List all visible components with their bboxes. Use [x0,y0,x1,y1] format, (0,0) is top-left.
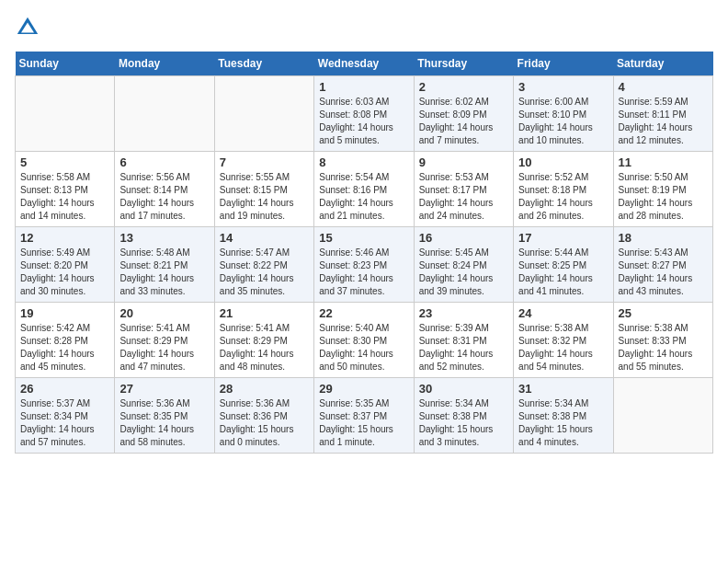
calendar-table: SundayMondayTuesdayWednesdayThursdayFrid… [15,52,713,454]
day-number: 23 [419,306,508,320]
day-info: Sunrise: 5:46 AM Sunset: 8:23 PM Dayligh… [319,247,408,298]
day-info: Sunrise: 5:43 AM Sunset: 8:27 PM Dayligh… [619,247,708,298]
calendar-header: SundayMondayTuesdayWednesdayThursdayFrid… [16,52,713,76]
day-number: 6 [119,155,209,169]
calendar-cell: 26Sunrise: 5:37 AM Sunset: 8:34 PM Dayli… [16,378,115,454]
calendar-cell: 23Sunrise: 5:39 AM Sunset: 8:31 PM Dayli… [414,303,513,378]
calendar-cell: 9Sunrise: 5:53 AM Sunset: 8:17 PM Daylig… [414,152,513,227]
day-number: 19 [20,306,109,320]
day-info: Sunrise: 6:03 AM Sunset: 8:08 PM Dayligh… [319,96,408,147]
day-info: Sunrise: 5:40 AM Sunset: 8:30 PM Dayligh… [319,322,408,373]
calendar-cell: 28Sunrise: 5:36 AM Sunset: 8:36 PM Dayli… [214,378,313,454]
day-info: Sunrise: 5:55 AM Sunset: 8:15 PM Dayligh… [220,171,309,223]
calendar-week-row: 12Sunrise: 5:49 AM Sunset: 8:20 PM Dayli… [16,227,713,303]
day-info: Sunrise: 5:34 AM Sunset: 8:38 PM Dayligh… [419,397,508,449]
day-info: Sunrise: 5:36 AM Sunset: 8:35 PM Dayligh… [119,397,209,449]
calendar-cell: 15Sunrise: 5:46 AM Sunset: 8:23 PM Dayli… [314,227,414,303]
calendar-cell: 29Sunrise: 5:35 AM Sunset: 8:37 PM Dayli… [314,378,414,454]
day-number: 20 [119,306,209,320]
day-number: 27 [119,382,209,396]
calendar-cell: 6Sunrise: 5:56 AM Sunset: 8:14 PM Daylig… [115,152,214,227]
calendar-cell: 20Sunrise: 5:41 AM Sunset: 8:29 PM Dayli… [115,303,214,378]
weekday-header: Monday [115,52,214,76]
day-number: 8 [319,155,408,169]
day-number: 5 [20,155,109,169]
calendar-cell [613,378,712,454]
day-number: 2 [419,80,508,94]
day-info: Sunrise: 5:36 AM Sunset: 8:36 PM Dayligh… [220,397,309,449]
page-header [15,15,713,40]
day-info: Sunrise: 5:50 AM Sunset: 8:19 PM Dayligh… [619,171,708,223]
calendar-week-row: 5Sunrise: 5:58 AM Sunset: 8:13 PM Daylig… [16,152,713,227]
day-number: 11 [619,155,708,169]
calendar-cell: 19Sunrise: 5:42 AM Sunset: 8:28 PM Dayli… [16,303,115,378]
day-info: Sunrise: 5:38 AM Sunset: 8:33 PM Dayligh… [619,322,708,373]
day-number: 13 [119,231,209,245]
day-number: 30 [419,382,508,396]
day-info: Sunrise: 5:54 AM Sunset: 8:16 PM Dayligh… [319,171,408,223]
day-number: 17 [518,231,608,245]
day-info: Sunrise: 5:39 AM Sunset: 8:31 PM Dayligh… [419,322,508,373]
calendar-cell: 12Sunrise: 5:49 AM Sunset: 8:20 PM Dayli… [16,227,115,303]
day-number: 29 [319,382,408,396]
day-info: Sunrise: 5:34 AM Sunset: 8:38 PM Dayligh… [518,397,608,449]
day-info: Sunrise: 5:47 AM Sunset: 8:22 PM Dayligh… [220,247,309,298]
calendar-cell: 3Sunrise: 6:00 AM Sunset: 8:10 PM Daylig… [514,76,613,152]
day-info: Sunrise: 5:48 AM Sunset: 8:21 PM Dayligh… [119,247,209,298]
calendar-cell: 8Sunrise: 5:54 AM Sunset: 8:16 PM Daylig… [314,152,414,227]
calendar-week-row: 26Sunrise: 5:37 AM Sunset: 8:34 PM Dayli… [16,378,713,454]
day-info: Sunrise: 5:56 AM Sunset: 8:14 PM Dayligh… [119,171,209,223]
day-info: Sunrise: 5:53 AM Sunset: 8:17 PM Dayligh… [419,171,508,223]
calendar-cell: 2Sunrise: 6:02 AM Sunset: 8:09 PM Daylig… [414,76,513,152]
calendar-cell [16,76,115,152]
day-info: Sunrise: 5:41 AM Sunset: 8:29 PM Dayligh… [119,322,209,373]
weekday-header: Tuesday [214,52,313,76]
logo [15,15,42,40]
day-info: Sunrise: 6:00 AM Sunset: 8:10 PM Dayligh… [518,96,608,147]
day-info: Sunrise: 5:52 AM Sunset: 8:18 PM Dayligh… [518,171,608,223]
day-number: 18 [619,231,708,245]
calendar-cell: 11Sunrise: 5:50 AM Sunset: 8:19 PM Dayli… [613,152,712,227]
day-number: 24 [518,306,608,320]
calendar-week-row: 19Sunrise: 5:42 AM Sunset: 8:28 PM Dayli… [16,303,713,378]
calendar-cell: 16Sunrise: 5:45 AM Sunset: 8:24 PM Dayli… [414,227,513,303]
calendar-cell: 18Sunrise: 5:43 AM Sunset: 8:27 PM Dayli… [613,227,712,303]
day-number: 1 [319,80,408,94]
calendar-cell: 21Sunrise: 5:41 AM Sunset: 8:29 PM Dayli… [214,303,313,378]
calendar-cell: 1Sunrise: 6:03 AM Sunset: 8:08 PM Daylig… [314,76,414,152]
day-number: 25 [619,306,708,320]
calendar-week-row: 1Sunrise: 6:03 AM Sunset: 8:08 PM Daylig… [16,76,713,152]
calendar-cell: 24Sunrise: 5:38 AM Sunset: 8:32 PM Dayli… [514,303,613,378]
day-info: Sunrise: 6:02 AM Sunset: 8:09 PM Dayligh… [419,96,508,147]
day-number: 3 [518,80,608,94]
day-number: 16 [419,231,508,245]
weekday-header: Saturday [613,52,712,76]
calendar-cell: 31Sunrise: 5:34 AM Sunset: 8:38 PM Dayli… [514,378,613,454]
calendar-cell [214,76,313,152]
day-number: 21 [220,306,309,320]
day-number: 15 [319,231,408,245]
day-number: 4 [619,80,708,94]
day-info: Sunrise: 5:44 AM Sunset: 8:25 PM Dayligh… [518,247,608,298]
day-number: 9 [419,155,508,169]
day-number: 14 [220,231,309,245]
day-number: 7 [220,155,309,169]
day-info: Sunrise: 5:42 AM Sunset: 8:28 PM Dayligh… [20,322,109,373]
day-number: 26 [20,382,109,396]
calendar-cell: 13Sunrise: 5:48 AM Sunset: 8:21 PM Dayli… [115,227,214,303]
day-info: Sunrise: 5:59 AM Sunset: 8:11 PM Dayligh… [619,96,708,147]
calendar-cell: 4Sunrise: 5:59 AM Sunset: 8:11 PM Daylig… [613,76,712,152]
day-info: Sunrise: 5:45 AM Sunset: 8:24 PM Dayligh… [419,247,508,298]
weekday-header: Wednesday [314,52,414,76]
calendar-cell [115,76,214,152]
calendar-cell: 14Sunrise: 5:47 AM Sunset: 8:22 PM Dayli… [214,227,313,303]
weekday-header: Thursday [414,52,513,76]
day-info: Sunrise: 5:41 AM Sunset: 8:29 PM Dayligh… [220,322,309,373]
logo-icon [15,15,40,40]
day-info: Sunrise: 5:38 AM Sunset: 8:32 PM Dayligh… [518,322,608,373]
weekday-header: Sunday [16,52,115,76]
calendar-cell: 27Sunrise: 5:36 AM Sunset: 8:35 PM Dayli… [115,378,214,454]
day-number: 31 [518,382,608,396]
calendar-cell: 7Sunrise: 5:55 AM Sunset: 8:15 PM Daylig… [214,152,313,227]
day-info: Sunrise: 5:35 AM Sunset: 8:37 PM Dayligh… [319,397,408,449]
